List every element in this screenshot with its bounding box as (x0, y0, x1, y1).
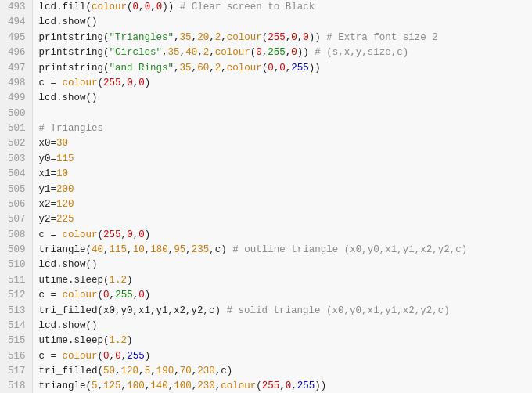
token: 235 (192, 244, 210, 255)
table-row: 509triangle(40,115,10,180,95,235,c) # ou… (0, 243, 532, 258)
token: tri_filled(x0,y0,x1,y1,x2,y2,c) (39, 305, 221, 316)
token: 255 (268, 32, 286, 43)
token: lcd.show() (39, 320, 98, 331)
token: , (162, 47, 168, 58)
token: , (103, 244, 110, 255)
line-code: utime.sleep(1.2) (32, 334, 532, 348)
token: colour (63, 290, 98, 301)
line-number: 516 (0, 349, 32, 364)
token: tri_filled( (39, 366, 104, 377)
token: 40 (92, 244, 103, 255)
token: # (s,x,y,size,c) (309, 47, 409, 58)
token: 20 (197, 32, 209, 43)
token: , (174, 366, 180, 377)
line-number: 517 (0, 364, 32, 379)
token: 100 (127, 380, 145, 391)
token: , (121, 380, 128, 391)
token: 255 (297, 380, 315, 391)
token: , (121, 229, 128, 240)
line-number: 504 (0, 167, 32, 182)
token: 5 (145, 366, 151, 377)
token: x1= (39, 168, 57, 179)
token: triangle( (39, 380, 92, 391)
line-code: x1=10 (32, 167, 532, 182)
token: colour (63, 229, 98, 240)
token: x0= (39, 138, 57, 149)
token: 255 (291, 63, 309, 74)
token: 0 (256, 47, 262, 58)
line-number: 514 (0, 319, 32, 334)
token: 0 (103, 351, 110, 362)
token: , (150, 2, 156, 13)
token: )) (309, 32, 321, 43)
token: # solid triangle (x0,y0,x1,y1,x2,y2,c) (221, 305, 450, 316)
token: ( (127, 2, 133, 13)
token: 255 (262, 380, 280, 391)
token: "Circles" (110, 47, 163, 58)
token: , (221, 63, 227, 74)
line-code: printstring("Triangles",35,20,2,colour(2… (32, 31, 532, 45)
token: , (291, 380, 297, 391)
token: colour (227, 63, 262, 74)
token: , (127, 244, 133, 255)
token: )) (315, 380, 326, 391)
table-row: 505y1=200 (0, 182, 532, 197)
token: 35 (168, 47, 180, 58)
line-code: lcd.show() (32, 15, 532, 30)
line-number: 513 (0, 304, 32, 319)
line-code: printstring("Circles",35,40,2,colour(0,2… (32, 45, 532, 60)
line-number: 498 (0, 76, 32, 91)
line-code (32, 106, 532, 121)
token: 5 (92, 380, 98, 391)
token: 95 (174, 244, 185, 255)
token: 0 (138, 78, 145, 88)
token: , (110, 351, 116, 362)
line-number: 507 (0, 212, 32, 227)
token: ( (98, 351, 104, 362)
token: 255 (127, 351, 145, 362)
token: printstring( (39, 63, 110, 74)
table-row: 495printstring("Triangles",35,20,2,colou… (0, 31, 532, 45)
line-code: lcd.show() (32, 258, 532, 272)
token: 0 (268, 63, 274, 74)
token: 255 (268, 47, 286, 58)
token: "and Rings" (110, 63, 174, 74)
token: utime.sleep( (39, 335, 110, 346)
token: 0 (127, 229, 133, 240)
token: lcd.fill( (39, 2, 92, 13)
line-number: 512 (0, 288, 32, 303)
line-number: 506 (0, 197, 32, 212)
line-code: lcd.show() (32, 319, 532, 334)
token: 120 (121, 366, 139, 377)
token: colour (215, 47, 250, 58)
token: 180 (150, 244, 168, 255)
token: , (209, 47, 215, 58)
line-number: 502 (0, 136, 32, 151)
table-row: 506x2=120 (0, 197, 532, 212)
token: 30 (56, 138, 68, 149)
token: 255 (115, 290, 133, 301)
token: 125 (103, 380, 121, 391)
line-code: y1=200 (32, 182, 532, 197)
table-row: 493lcd.fill(colour(0,0,0)) # Clear scree… (0, 0, 532, 15)
token: 0 (279, 63, 286, 74)
token: printstring( (39, 47, 110, 58)
line-code: c = colour(0,255,0) (32, 288, 532, 303)
line-number: 510 (0, 258, 32, 272)
token: , (221, 32, 227, 43)
table-row: 504x1=10 (0, 167, 532, 182)
token: ,c) (215, 366, 233, 377)
token: colour (227, 32, 262, 43)
token: 0 (127, 78, 133, 88)
table-row: 498c = colour(255,0,0) (0, 76, 532, 91)
token: 60 (197, 63, 209, 74)
token: # Extra font size 2 (321, 32, 438, 43)
line-number: 497 (0, 61, 32, 76)
token: , (197, 47, 203, 58)
token: colour (63, 351, 98, 362)
table-row: 511utime.sleep(1.2) (0, 273, 532, 288)
token: colour (63, 78, 98, 88)
code-table: 493lcd.fill(colour(0,0,0)) # Clear scree… (0, 0, 532, 393)
token: 0 (115, 351, 121, 362)
token: 0 (291, 32, 297, 43)
